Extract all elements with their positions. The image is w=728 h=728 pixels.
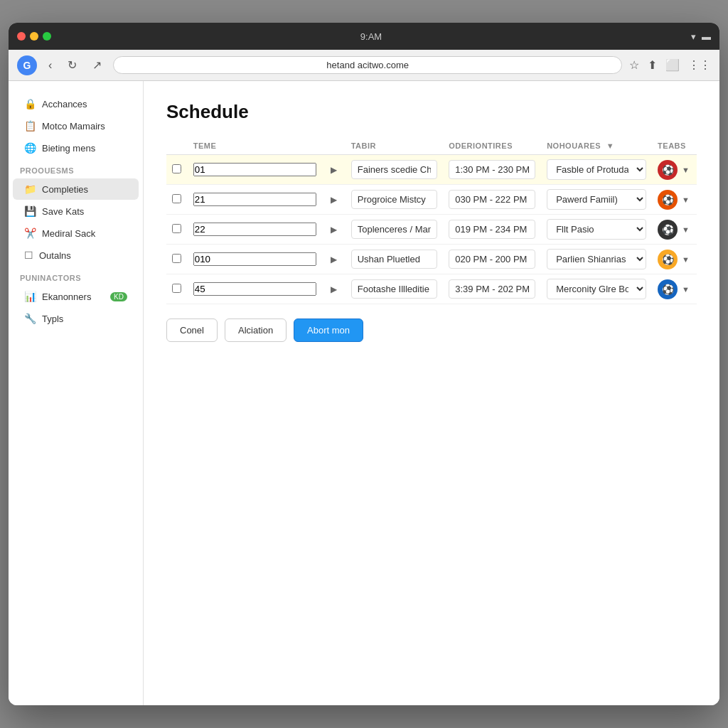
traffic-lights	[17, 32, 51, 41]
title-bar: 9:AM ▾ ▬	[9, 23, 719, 50]
row-name-input[interactable]	[351, 220, 438, 239]
row-timerange-input[interactable]	[449, 279, 535, 299]
row-location-cell: Fasble of Protudation	[541, 155, 652, 185]
row-expand-cell: ▶	[322, 274, 346, 304]
action-buttons: Conel Alciation Abort mon	[166, 318, 697, 342]
row-checkbox[interactable]	[172, 284, 181, 293]
row-expand-cell: ▶	[322, 185, 346, 215]
row-timerange-cell	[443, 274, 541, 304]
checkbox-icon: ☐	[24, 250, 33, 261]
row-number-cell	[188, 215, 322, 245]
sidebar-item-outalns[interactable]: ☐ Outalns	[13, 245, 139, 266]
col-tabir-header: TABIR	[346, 137, 444, 155]
section-label-puninactors: Puninactors	[9, 267, 143, 285]
star-icon[interactable]: ☆	[629, 58, 639, 72]
team-dropdown-button[interactable]: ▼	[680, 285, 691, 294]
row-team-cell: ⚽▼	[652, 274, 697, 304]
share2-icon[interactable]: ⬜	[665, 58, 680, 72]
col-nohouares-label: NOHOUARES	[547, 141, 601, 150]
refresh-button[interactable]: ↻	[63, 55, 81, 75]
abort-mon-button[interactable]: Abort mon	[294, 318, 363, 342]
battery-icon: ▬	[702, 31, 711, 42]
row-checkbox[interactable]	[172, 194, 181, 203]
expand-button[interactable]: ▶	[328, 223, 340, 236]
address-bar[interactable]: hetand acitwo.come	[113, 56, 622, 74]
browser-avatar[interactable]: G	[17, 55, 37, 75]
cancel-button[interactable]: Conel	[166, 318, 218, 342]
wrench-icon: 🔧	[24, 313, 36, 324]
row-checkbox-cell	[166, 245, 188, 274]
sidebar: 🔒 Acchances 📋 Motco Mamairs 🌐 Bieting me…	[9, 81, 144, 705]
row-location-cell: Fllt Pasio	[541, 215, 652, 245]
minimize-button[interactable]	[30, 32, 38, 41]
sidebar-item-label: Outalns	[39, 250, 71, 261]
table-header-row: TEME TABIR ODERIONTIRES NOHOUARES ▼ TEAB…	[166, 137, 697, 155]
row-location-select[interactable]: Fllt Pasio	[547, 219, 646, 240]
alciation-button[interactable]: Alciation	[225, 318, 287, 342]
upload-icon[interactable]: ⬆	[648, 58, 657, 72]
menu-icon[interactable]: ⋮⋮	[688, 58, 711, 72]
row-number-input[interactable]	[193, 223, 316, 236]
row-name-cell	[346, 274, 444, 304]
row-name-cell	[346, 155, 444, 185]
sidebar-item-motco[interactable]: 📋 Motco Mamairs	[13, 115, 139, 136]
row-number-input[interactable]	[193, 163, 316, 176]
row-location-select[interactable]: Merconity Glre Boms	[547, 279, 646, 299]
sidebar-item-label: Typls	[42, 314, 63, 324]
sidebar-item-label: Completies	[42, 184, 88, 195]
row-checkbox[interactable]	[172, 224, 181, 233]
row-name-input[interactable]	[351, 160, 438, 179]
team-dropdown-button[interactable]: ▼	[680, 225, 691, 234]
sidebar-item-bieting[interactable]: 🌐 Bieting mens	[13, 137, 139, 159]
sidebar-item-label: Mediral Sack	[42, 228, 95, 239]
row-number-input[interactable]	[193, 252, 316, 266]
table-row: ▶Pawerd Famiil)⚽▼	[166, 185, 697, 215]
sidebar-section-1: 🔒 Acchances 📋 Motco Mamairs 🌐 Bieting me…	[9, 93, 143, 159]
expand-button[interactable]: ▶	[328, 164, 340, 176]
expand-button[interactable]: ▶	[328, 253, 340, 266]
row-number-input[interactable]	[193, 193, 316, 206]
sidebar-item-completies[interactable]: 📁 Completies	[13, 178, 139, 200]
share-button[interactable]: ↗	[88, 55, 106, 75]
sidebar-item-acchances[interactable]: 🔒 Acchances	[13, 93, 139, 114]
back-button[interactable]: ‹	[44, 56, 56, 75]
sidebar-item-savekats[interactable]: 💾 Save Kats	[13, 200, 139, 222]
row-number-input[interactable]	[193, 282, 316, 296]
row-timerange-input[interactable]	[449, 160, 535, 179]
col-teme-header: TEME	[188, 137, 322, 155]
row-timerange-input[interactable]	[449, 220, 535, 239]
team-dropdown-button[interactable]: ▼	[680, 255, 691, 264]
row-name-input[interactable]	[351, 250, 438, 269]
expand-button[interactable]: ▶	[328, 283, 340, 296]
team-badge: ⚽	[658, 220, 678, 240]
row-timerange-input[interactable]	[449, 190, 535, 209]
row-checkbox[interactable]	[172, 254, 181, 263]
row-number-cell	[188, 185, 322, 215]
maximize-button[interactable]	[43, 32, 51, 41]
sidebar-item-mediralback[interactable]: ✂️ Mediral Sack	[13, 223, 139, 244]
row-location-select[interactable]: Parlien Shianrias	[547, 249, 646, 269]
row-location-select[interactable]: Pawerd Famiil)	[547, 189, 646, 210]
row-timerange-cell	[443, 185, 541, 215]
row-location-cell: Pawerd Famiil)	[541, 185, 652, 215]
team-dropdown-button[interactable]: ▼	[680, 166, 691, 174]
ekanonners-badge: KD	[110, 292, 127, 301]
row-location-cell: Merconity Glre Boms	[541, 274, 652, 304]
team-dropdown-button[interactable]: ▼	[680, 196, 691, 204]
row-name-input[interactable]	[351, 279, 438, 299]
row-name-input[interactable]	[351, 190, 438, 209]
col-nohouares-header: NOHOUARES ▼	[541, 137, 652, 155]
expand-button[interactable]: ▶	[328, 193, 340, 206]
sidebar-item-typls[interactable]: 🔧 Typls	[13, 308, 139, 329]
main-content: Schedule TEME TABIR ODERIONTIRES NOHOUAR…	[144, 81, 719, 705]
row-timerange-input[interactable]	[449, 250, 535, 269]
page-title: Schedule	[166, 101, 697, 123]
schedule-table: TEME TABIR ODERIONTIRES NOHOUARES ▼ TEAB…	[166, 137, 697, 304]
sidebar-section-3: Puninactors 📊 Ekanonners KD 🔧 Typls	[9, 267, 143, 329]
close-button[interactable]	[17, 32, 26, 41]
row-location-select[interactable]: Fasble of Protudation	[547, 159, 646, 180]
sort-icon[interactable]: ▼	[606, 141, 614, 150]
row-checkbox[interactable]	[172, 164, 181, 173]
sidebar-item-ekanonners[interactable]: 📊 Ekanonners KD	[13, 286, 139, 307]
browser-content: 🔒 Acchances 📋 Motco Mamairs 🌐 Bieting me…	[9, 81, 719, 705]
